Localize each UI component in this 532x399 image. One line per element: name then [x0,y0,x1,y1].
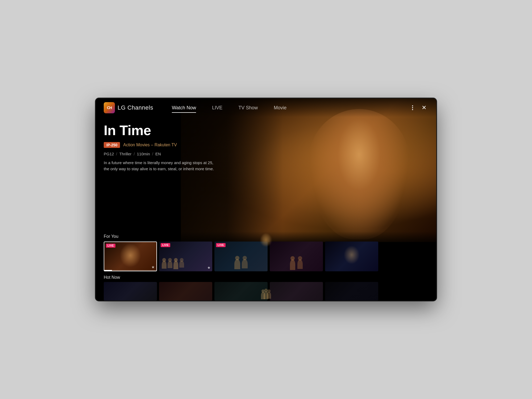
nav-actions: ✕ [411,103,428,112]
thumbnail-item-1[interactable]: LIVE ★ [104,242,157,271]
figure-e [234,259,240,269]
figure-c [173,261,178,269]
tv-screen: CH LG Channels Watch Now LIVE TV Show Mo… [96,98,436,301]
thumb-bg-5 [325,242,378,271]
hot-thumbnail-2[interactable] [159,282,212,301]
hot-bg-2 [159,282,212,301]
channel-info: IP-250 Action Movies – Rakuten TV [104,142,218,148]
figure-d-head [180,258,184,262]
duration: 110min [137,152,150,156]
thumb-face-1 [120,243,141,267]
logo-container: CH LG Channels [104,102,153,113]
figure-a [162,261,167,269]
figure-b [168,261,172,268]
hot-bg-4 [270,282,323,301]
thumb-figures-2 [162,261,184,269]
hot-thumbnail-3[interactable] [214,282,268,301]
genre: Thriller [119,152,132,156]
thumb-bg-4 [270,242,323,271]
thumbnail-item-2[interactable]: LIVE ★ [159,242,212,271]
tab-movie[interactable]: Movie [266,103,294,113]
tab-tv-show[interactable]: TV Show [230,103,266,113]
thumbnail-item-5[interactable] [325,242,378,271]
content-area: For You LIVE ★ [96,231,436,301]
hot-thumbnail-5[interactable] [325,282,378,301]
star-icon-2: ★ [207,265,211,270]
hot-bg-3 [214,282,268,301]
figure-d [179,261,184,268]
thumb-figures-4 [290,259,303,270]
language: EN [155,152,161,156]
figure-h [297,259,303,269]
hot-now-row [104,282,428,301]
hot-thumbnail-1[interactable] [104,282,157,301]
dot-2 [412,107,413,108]
hero-content: In Time IP-250 Action Movies – Rakuten T… [104,122,218,172]
figure-b-head [168,258,172,262]
app-logo-icon: CH [104,102,115,113]
live-badge-1: LIVE [106,244,115,248]
header: CH LG Channels Watch Now LIVE TV Show Mo… [96,98,436,117]
hero-face-decoration [309,109,410,239]
thumb-progress-fill-1 [104,270,112,271]
separator-2: / [134,152,135,156]
movie-title: In Time [104,122,218,138]
channel-badge: IP-250 [104,142,120,148]
logo-initials: CH [107,106,112,110]
figure-a-head [162,258,166,262]
figure-g-head [290,256,295,260]
movie-meta: PG12 / Thriller / 110min / EN [104,152,218,156]
figure-c-head [174,258,178,262]
dot-1 [412,105,413,106]
live-badge-2: LIVE [161,243,170,247]
tab-watch-now[interactable]: Watch Now [164,103,204,113]
separator-1: / [116,152,117,156]
hot-bg-5 [325,282,378,301]
figure-f-head [243,256,247,260]
separator-3: / [152,152,153,156]
logo-icon-background: CH [104,102,115,113]
thumb-figures-3 [234,259,248,269]
hot-bg-1 [104,282,157,301]
more-options-button[interactable] [411,104,414,111]
figure-f [242,259,248,268]
nav-tabs: Watch Now LIVE TV Show Movie [164,103,411,113]
figure-h-head [298,256,302,260]
live-badge-3: LIVE [216,243,226,247]
thumbnail-item-4[interactable] [270,242,323,271]
figure-g [290,259,295,270]
close-button[interactable]: ✕ [420,103,428,112]
channel-name: Action Movies – Rakuten TV [123,143,177,147]
figure-e-head [235,256,239,260]
thumb-face-5 [344,246,360,264]
tv-frame: CH LG Channels Watch Now LIVE TV Show Mo… [96,98,436,301]
dot-3 [412,109,413,110]
star-icon-1: ★ [151,265,155,269]
tab-live[interactable]: LIVE [204,103,230,113]
movie-description: In a future where time is literally mone… [104,160,218,172]
hot-now-section: Hot Now [96,273,436,301]
app-name: LG Channels [118,104,153,111]
thumb-progress-1 [104,270,156,271]
rating: PG12 [104,152,114,156]
hot-now-title: Hot Now [104,275,428,280]
hot-thumbnail-4[interactable] [270,282,323,301]
